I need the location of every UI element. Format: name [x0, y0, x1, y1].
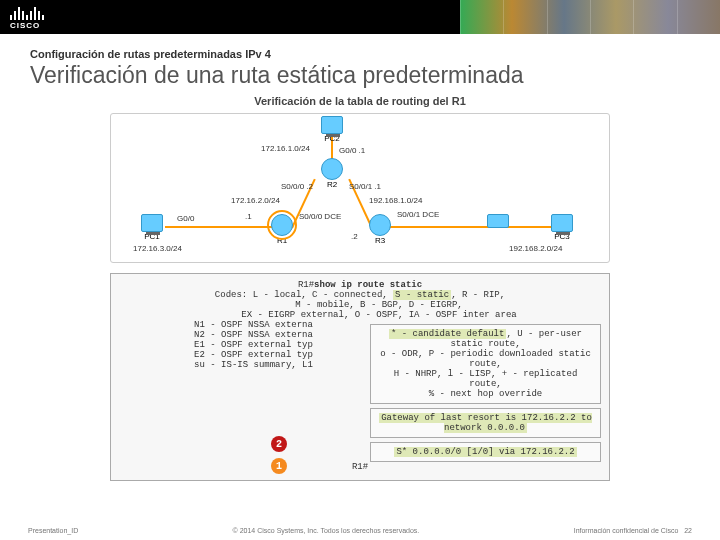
cli-highlight: S* 0.0.0.0/0 [1/0] via 172.16.2.2 [394, 447, 576, 457]
iface-label: S0/0/1 DCE [397, 210, 439, 219]
callout-2: 2 [271, 436, 287, 452]
router-icon [369, 214, 391, 236]
cli-route-box: S* 0.0.0.0/0 [1/0] via 172.16.2.2 [370, 442, 601, 462]
router-icon [321, 158, 343, 180]
r2-device: R2 [321, 158, 343, 189]
cli-highlight: S - static [393, 290, 451, 300]
cli-text: H - NHRP, l - LISP, + - replicated route… [377, 369, 594, 389]
router-icon [271, 214, 293, 236]
cisco-logo: CISCO [10, 4, 44, 30]
diagram-caption: Verificación de la tabla de routing del … [110, 95, 610, 107]
footer-left: Presentation_ID [28, 527, 78, 534]
r2-label: R2 [321, 180, 343, 189]
iface-label: .2 [351, 232, 358, 241]
r3-label: R3 [369, 236, 391, 245]
r1-label: R1 [271, 236, 293, 245]
net-label: 172.16.1.0/24 [261, 144, 310, 153]
switch-device [487, 214, 509, 228]
r1-device: R1 [271, 214, 293, 245]
cli-text: o - ODR, P - periodic downloaded static … [377, 349, 594, 369]
top-banner: CISCO [0, 0, 720, 34]
cli-text: % - next hop override [377, 389, 594, 399]
pc-icon [141, 214, 163, 232]
iface-label: S0/0/0 .2 [281, 182, 313, 191]
cli-text: L - local, C - connected, [253, 290, 388, 300]
cli-command: show ip route static [314, 280, 422, 290]
slide-footer: Presentation_ID © 2014 Cisco Systems, In… [0, 527, 720, 534]
net-label: 172.16.2.0/24 [231, 196, 280, 205]
cli-text: EX - EIGRP external, O - OSPF, IA - OSPF… [119, 310, 601, 320]
cli-text: E1 - OSPF external typ [119, 340, 350, 350]
iface-label: G0/0 .1 [339, 146, 365, 155]
pc3-device: PC3 [551, 214, 573, 241]
cli-codes-box: * - candidate default, U - per-user stat… [370, 324, 601, 404]
cli-text: , R - RIP, [451, 290, 505, 300]
slide-subtitle: Configuración de rutas predeterminadas I… [30, 48, 720, 60]
cli-text: N1 - OSPF NSSA externa [119, 320, 350, 330]
iface-label: S0/0/0 DCE [299, 212, 341, 221]
cli-text: M - mobile, B - BGP, D - EIGRP, [119, 300, 601, 310]
cli-prompt: R1# [298, 280, 314, 290]
brand-text: CISCO [10, 21, 40, 30]
diagram-container: Verificación de la tabla de routing del … [110, 95, 610, 481]
iface-label: S0/0/1 .1 [349, 182, 381, 191]
cli-output: R1#show ip route static Codes: L - local… [110, 273, 610, 481]
link [165, 226, 281, 228]
cli-highlight: * - candidate default [389, 329, 506, 339]
slide-title: Verificación de una ruta estática predet… [30, 62, 720, 89]
switch-icon [487, 214, 509, 228]
pc2-device: PC2 [321, 116, 343, 143]
net-label: 192.168.2.0/24 [509, 244, 562, 253]
pc1-device: PC1 [141, 214, 163, 241]
pc-icon [321, 116, 343, 134]
cli-highlight: Gateway of last resort is 172.16.2.2 to … [379, 413, 592, 433]
net-label: 172.16.3.0/24 [133, 244, 182, 253]
cli-text: Codes: [215, 290, 247, 300]
footer-page-number: 22 [684, 527, 692, 534]
pc-icon [551, 214, 573, 232]
cli-prompt-end: R1# [119, 462, 601, 472]
link [381, 226, 497, 228]
callout-1: 1 [271, 458, 287, 474]
cli-text: E2 - OSPF external typ [119, 350, 350, 360]
footer-right-a: Información confidencial de Cisco [574, 527, 679, 534]
footer-center: © 2014 Cisco Systems, Inc. Todos los der… [233, 527, 420, 534]
cisco-bars-icon [10, 4, 44, 20]
cli-text: N2 - OSPF NSSA externa [119, 330, 350, 340]
r3-device: R3 [369, 214, 391, 245]
iface-label: .1 [245, 212, 252, 221]
iface-label: G0/0 [177, 214, 194, 223]
network-topology: PC2 172.16.1.0/24 G0/0 .1 R2 S0/0/0 .2 S… [110, 113, 610, 263]
banner-people-image [460, 0, 720, 34]
net-label: 192.168.1.0/24 [369, 196, 422, 205]
cli-gateway-box: Gateway of last resort is 172.16.2.2 to … [370, 408, 601, 438]
cli-text: su - IS-IS summary, L1 [119, 360, 350, 370]
